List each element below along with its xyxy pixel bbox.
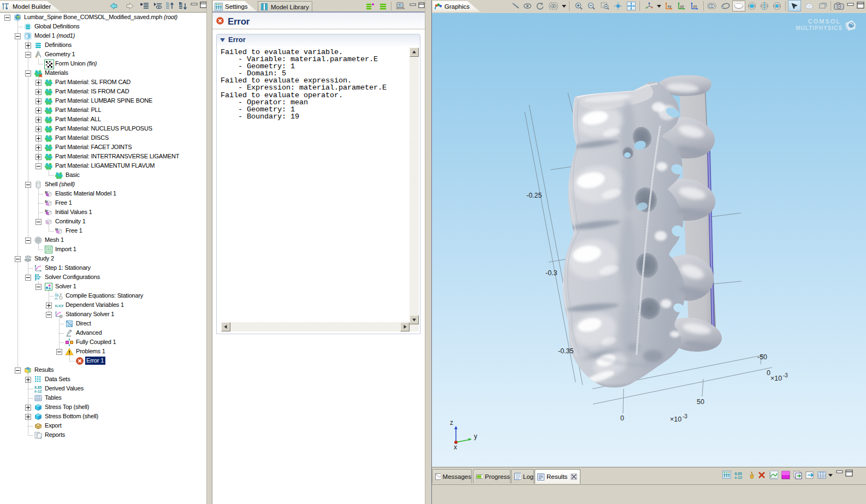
- svg-text:z: z: [450, 419, 453, 426]
- svg-text:yz: yz: [680, 4, 685, 9]
- svg-text:D: D: [45, 209, 48, 213]
- svg-text:e-12: e-12: [34, 389, 42, 393]
- svg-text:0: 0: [620, 414, 624, 422]
- svg-text:u,v,w: u,v,w: [55, 303, 64, 308]
- svg-text:-3: -3: [783, 372, 788, 378]
- svg-text:zx: zx: [693, 4, 698, 8]
- svg-text:0: 0: [767, 369, 770, 377]
- svg-text:x: x: [454, 443, 457, 451]
- svg-text:8.85: 8.85: [34, 386, 41, 389]
- svg-text:-0.3: -0.3: [545, 269, 557, 277]
- svg-text:MULTIPHYSICS: MULTIPHYSICS: [796, 25, 843, 31]
- svg-text:y: y: [474, 432, 477, 440]
- svg-text:8.85: 8.85: [735, 472, 742, 476]
- svg-text:-0.25: -0.25: [526, 192, 542, 199]
- svg-text:×10: ×10: [670, 416, 681, 423]
- svg-text::f: :f: [60, 293, 62, 297]
- svg-text:D: D: [45, 199, 48, 204]
- svg-text:D: D: [55, 227, 58, 232]
- svg-text:∂t: ∂t: [55, 297, 58, 300]
- svg-text:COMSOL: COMSOL: [808, 18, 841, 25]
- svg-text:xy: xy: [668, 4, 672, 9]
- svg-text:-0.35: -0.35: [558, 347, 574, 355]
- svg-text:50: 50: [697, 398, 704, 406]
- svg-text:-3: -3: [683, 413, 687, 419]
- svg-text:e-12: e-12: [735, 476, 743, 479]
- svg-text:×10: ×10: [770, 375, 782, 382]
- svg-text:D: D: [45, 190, 48, 194]
- svg-text:-50: -50: [757, 353, 767, 361]
